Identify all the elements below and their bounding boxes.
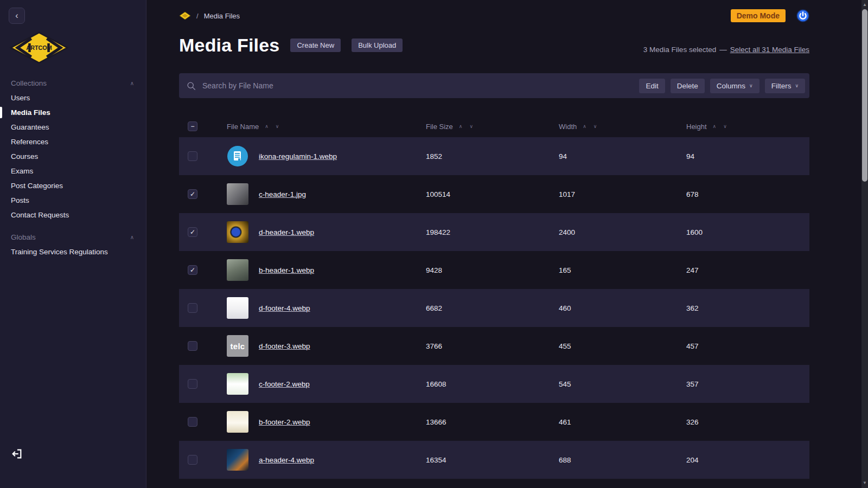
sidebar-item-references[interactable]: References [0, 134, 146, 149]
column-header-file-size: File Size ∧ ∨ [426, 123, 559, 131]
file-link[interactable]: c-header-1.jpg [259, 190, 306, 198]
table-row[interactable]: ✓ c-header-1.jpg 100514 1017 678 [179, 175, 809, 213]
page-header: Media Files Create New Bulk Upload 3 Med… [179, 35, 809, 56]
delete-button[interactable]: Delete [671, 79, 705, 93]
scrollbar-thumb[interactable] [862, 9, 867, 182]
logout-button[interactable] [11, 448, 23, 460]
height-cell: 362 [686, 304, 809, 312]
file-size-cell: 9428 [426, 266, 559, 274]
file-link[interactable]: b-footer-2.webp [259, 418, 310, 426]
create-new-button[interactable]: Create New [290, 38, 341, 52]
row-checkbox[interactable]: ✓ [188, 265, 197, 275]
row-checkbox[interactable]: ✓ [188, 151, 197, 161]
sort-desc-button[interactable]: ∨ [275, 123, 280, 130]
table-row[interactable]: ✓ b-header-1.webp 9428 165 247 [179, 251, 809, 289]
file-size-cell: 16354 [426, 456, 559, 464]
row-checkbox[interactable]: ✓ [188, 455, 197, 465]
row-checkbox[interactable]: ✓ [188, 303, 197, 313]
bulk-upload-button[interactable]: Bulk Upload [352, 38, 403, 52]
edit-button[interactable]: Edit [639, 79, 665, 93]
nav-section-globals[interactable]: Globals ∧ [0, 230, 146, 245]
row-checkbox[interactable]: ✓ [188, 227, 197, 237]
select-all-checkbox[interactable]: − [188, 121, 197, 131]
sidebar-item-contact-requests[interactable]: Contact Requests [0, 208, 146, 222]
file-size-cell: 16608 [426, 380, 559, 388]
table-row[interactable]: ✓ d-header-1.webp 198422 2400 1600 [179, 213, 809, 251]
column-header-width: Width ∧ ∨ [559, 123, 686, 131]
sidebar-item-training-services-regulations[interactable]: Training Services Regulations [0, 245, 146, 259]
checkmark-icon: ✓ [190, 266, 195, 274]
file-size-cell: 1852 [426, 152, 559, 160]
sidebar-item-media-files[interactable]: Media Files [0, 105, 146, 120]
columns-button[interactable]: Columns ∨ [710, 79, 760, 93]
file-size-cell: 198422 [426, 228, 559, 236]
sidebar-item-courses[interactable]: Courses [0, 149, 146, 164]
sidebar-collapse-button[interactable]: ‹ [9, 8, 25, 24]
sort-desc-button[interactable]: ∨ [722, 123, 728, 130]
row-checkbox[interactable]: ✓ [188, 341, 197, 351]
filters-button-label: Filters [771, 82, 792, 90]
file-size-cell: 3766 [426, 342, 559, 350]
logout-icon [11, 448, 23, 460]
sidebar-item-exams[interactable]: Exams [0, 164, 146, 178]
row-checkbox[interactable]: ✓ [188, 189, 197, 199]
file-thumbnail [227, 259, 248, 281]
checkmark-icon: ✓ [190, 190, 195, 198]
scrollbar[interactable]: ▲ ▼ [861, 0, 868, 488]
sort-asc-button[interactable]: ∧ [458, 123, 464, 130]
sidebar-item-guarantees[interactable]: Guarantees [0, 120, 146, 134]
filters-button[interactable]: Filters ∨ [765, 79, 805, 93]
table-row[interactable]: ✓ d-footer-4.webp 6682 460 362 [179, 289, 809, 327]
file-link[interactable]: a-header-4.webp [259, 456, 314, 464]
table-row[interactable]: ✓ a-header-4.webp 16354 688 204 [179, 441, 809, 479]
width-cell: 688 [559, 456, 686, 464]
file-link[interactable]: b-header-1.webp [259, 266, 314, 274]
file-thumbnail [227, 297, 248, 319]
file-link[interactable]: d-footer-3.webp [259, 342, 310, 350]
app-window: ‹ ARTCOM Collections ∧ Users Media Files… [0, 0, 868, 488]
breadcrumb-current[interactable]: Media Files [204, 12, 240, 20]
logout-power-button[interactable] [796, 9, 809, 22]
file-thumbnail [227, 373, 248, 395]
list-toolbar: Edit Delete Columns ∨ Filters ∨ [179, 73, 809, 98]
sort-desc-button[interactable]: ∨ [468, 123, 474, 130]
file-link[interactable]: c-footer-2.webp [259, 380, 310, 388]
table-row[interactable]: ✓ ikona-regulamin-1 [179, 137, 809, 175]
media-files-table: − File Name ∧ ∨ File Size ∧ ∨ Width [179, 115, 809, 479]
topbar: / Media Files Demo Mode [179, 9, 809, 23]
brand-logo: ARTCOM [10, 31, 146, 66]
file-thumbnail [227, 221, 248, 243]
nav-section-label: Globals [11, 233, 36, 241]
chevron-down-icon: ∨ [795, 83, 799, 88]
search-input[interactable] [202, 81, 634, 90]
file-thumbnail [227, 183, 248, 205]
table-row[interactable]: ✓ c-footer-2.webp 16608 545 357 [179, 365, 809, 403]
row-checkbox[interactable]: ✓ [188, 417, 197, 427]
logo-text: ARTCOM [26, 45, 52, 52]
scroll-down-arrow-icon[interactable]: ▼ [861, 479, 868, 487]
sort-asc-button[interactable]: ∧ [582, 123, 588, 130]
sort-desc-button[interactable]: ∨ [592, 123, 598, 130]
demo-mode-badge: Demo Mode [731, 9, 786, 22]
file-link[interactable]: d-header-1.webp [259, 228, 314, 236]
nav-section-collections[interactable]: Collections ∧ [0, 76, 146, 91]
file-link[interactable]: d-footer-4.webp [259, 304, 310, 312]
table-row[interactable]: ✓ b-footer-2.webp 13666 461 326 [179, 403, 809, 441]
file-link[interactable]: ikona-regulamin-1.webp [259, 152, 337, 160]
row-checkbox[interactable]: ✓ [188, 379, 197, 389]
sort-asc-button[interactable]: ∧ [264, 123, 270, 130]
sidebar-item-posts[interactable]: Posts [0, 193, 146, 208]
width-cell: 1017 [559, 190, 686, 198]
height-cell: 94 [686, 152, 809, 160]
sort-asc-button[interactable]: ∧ [712, 123, 718, 130]
home-logo-icon[interactable] [179, 11, 191, 20]
table-row[interactable]: ✓ telc d-footer-3.webp 3766 455 457 [179, 327, 809, 365]
select-all-link[interactable]: Select all 31 Media Files [730, 46, 809, 54]
height-cell: 457 [686, 342, 809, 350]
sidebar-item-users[interactable]: Users [0, 91, 146, 105]
file-thumbnail [227, 411, 248, 433]
width-cell: 455 [559, 342, 686, 350]
sidebar-item-post-categories[interactable]: Post Categories [0, 178, 146, 193]
column-header-file-name: File Name ∧ ∨ [227, 123, 426, 131]
scroll-up-arrow-icon[interactable]: ▲ [861, 1, 868, 9]
